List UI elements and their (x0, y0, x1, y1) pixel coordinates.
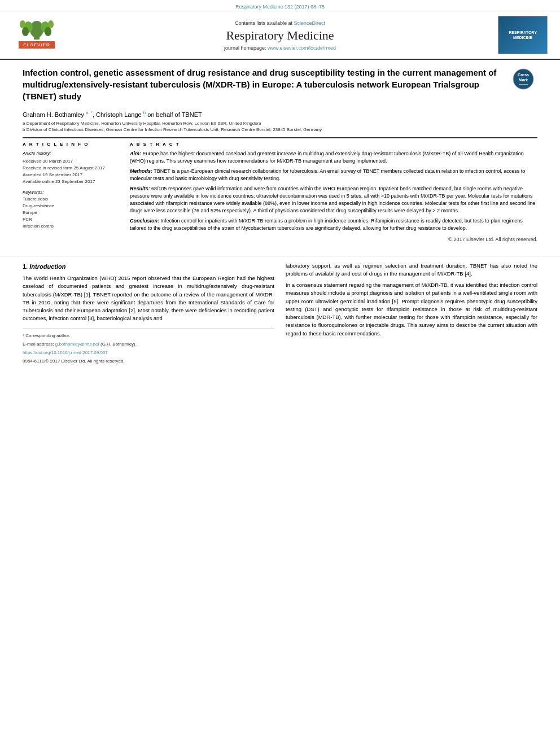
svg-point-5 (45, 27, 51, 36)
article-title-section: Infection control, genetic assessment of… (23, 67, 537, 106)
article-body: Infection control, genetic assessment of… (0, 60, 560, 256)
article-info-block: Article history: Received 30 March 2017 … (23, 150, 119, 185)
methods-text: TBNET is a pan-European clinical researc… (130, 168, 525, 181)
keyword-drug-resistance: Drug-resistance (23, 203, 119, 209)
abstract-block: Aim: Europe has the highest documented c… (130, 150, 537, 243)
homepage-link[interactable]: www.elsevier.com/locate/rmed (268, 45, 336, 51)
main-content: 1. Introduction The World Health Organiz… (0, 256, 560, 372)
conclusion-text: Infection control for inpatients with M/… (130, 218, 523, 231)
copyright-line: © 2017 Elsevier Ltd. All rights reserved… (130, 236, 537, 243)
journal-ref: Respiratory Medicine 132 (2017) 68–75 (235, 4, 325, 10)
keywords-block: Keywords: Tuberculosis Drug-resistance E… (23, 190, 119, 230)
conclusion-label: Conclusion: (130, 218, 159, 224)
doi-line: https://doi.org/10.1016/j.rmed.2017.09.0… (23, 350, 274, 356)
aim-text: Europe has the highest documented caselo… (130, 151, 524, 164)
doi-link[interactable]: https://doi.org/10.1016/j.rmed.2017.09.0… (23, 350, 108, 355)
main-two-col: 1. Introduction The World Health Organiz… (23, 262, 537, 366)
journal-top-header: ELSEVIER Contents lists available at Sci… (0, 11, 560, 60)
svg-point-4 (22, 27, 29, 36)
email-line: E-mail address: g.bothamley@nhs.net (G.H… (23, 341, 274, 348)
main-col-left: 1. Introduction The World Health Organiz… (23, 262, 274, 366)
homepage-line: journal homepage: www.elsevier.com/locat… (68, 45, 492, 51)
affiliation-b: b Division of Clinical Infectious Diseas… (23, 126, 537, 133)
svg-text:Cross: Cross (518, 73, 529, 77)
article-info-abstract: A R T I C L E I N F O Article history: R… (23, 142, 537, 243)
elsevier-label: ELSEVIER (19, 41, 55, 49)
authors-line: Graham H. Bothamley a, *, Christoph Lang… (23, 110, 537, 118)
sciencedirect-link[interactable]: ScienceDirect (294, 20, 326, 26)
journal-center: Contents lists available at ScienceDirec… (62, 20, 498, 51)
accepted-date: Accepted 19 September 2017 (23, 172, 119, 178)
elsevier-tree-icon (17, 16, 56, 41)
page: Respiratory Medicine 132 (2017) 68–75 EL… (0, 0, 560, 747)
divider-thick (23, 137, 537, 138)
intro-para1: The World Health Organization (WHO) 2015… (23, 274, 274, 323)
section-title-text: Introduction (29, 263, 65, 270)
article-title-container: Infection control, genetic assessment of… (23, 67, 506, 106)
keywords-label: Keywords: (23, 190, 119, 195)
article-info-heading: A R T I C L E I N F O (23, 142, 119, 147)
issn-line: 0954-6111/© 2017 Elsevier Ltd. All right… (23, 358, 274, 365)
abstract-conclusion: Conclusion: Infection control for inpati… (130, 217, 537, 232)
intro-para3: In a consensus statement regarding the m… (286, 281, 537, 338)
email-link[interactable]: g.bothamley@nhs.net (55, 342, 99, 347)
keyword-tuberculosis: Tuberculosis (23, 196, 119, 203)
corresponding-author: * Corresponding author. (23, 333, 274, 339)
introduction-heading: 1. Introduction (23, 262, 274, 272)
abstract-results: Results: 68/105 responses gave valid inf… (130, 185, 537, 215)
svg-text:Mark: Mark (519, 78, 528, 82)
available-date: Available online 23 September 2017 (23, 178, 119, 185)
intro-para2: laboratory support, as well as regimen s… (286, 262, 537, 278)
results-label: Results: (130, 186, 150, 191)
history-label: Article history: (23, 150, 119, 157)
crossmark-icon: Cross Mark (512, 68, 535, 90)
crossmark-container: Cross Mark (512, 68, 537, 91)
section-num: 1. (23, 263, 28, 270)
footnote-section: * Corresponding author. E-mail address: … (23, 329, 274, 365)
article-title: Infection control, genetic assessment of… (23, 67, 506, 102)
methods-label: Methods: (130, 168, 152, 174)
rm-badge: RESPIRATORYMEDICINE (498, 16, 548, 54)
affiliations: a Department of Respiratory Medicine, Ho… (23, 120, 537, 133)
svg-point-6 (20, 20, 25, 28)
keyword-europe: Europe (23, 209, 119, 216)
article-info-column: A R T I C L E I N F O Article history: R… (23, 142, 119, 243)
revised-date: Received in revised form 25 August 2017 (23, 165, 119, 172)
keyword-infection-control: Infection control (23, 223, 119, 230)
issn-text: 0954-6111/© 2017 Elsevier Ltd. All right… (23, 359, 125, 364)
main-col-right: laboratory support, as well as regimen s… (286, 262, 537, 366)
abstract-methods: Methods: TBNET is a pan-European clinica… (130, 168, 537, 182)
journal-title: Respiratory Medicine (68, 28, 492, 43)
contents-line: Contents lists available at ScienceDirec… (68, 20, 492, 26)
svg-point-7 (48, 20, 54, 28)
affiliation-a: a Department of Respiratory Medicine, Ho… (23, 120, 537, 126)
abstract-heading: A B S T R A C T (130, 142, 537, 147)
keyword-pcr: PCR (23, 216, 119, 223)
results-text: 68/105 responses gave valid information … (130, 186, 535, 213)
received-date: Received 30 March 2017 (23, 158, 119, 165)
email-name: (G.H. Bothamley). (100, 342, 137, 347)
journal-ref-bar: Respiratory Medicine 132 (2017) 68–75 (0, 0, 560, 11)
journal-logo-right: RESPIRATORYMEDICINE (498, 16, 549, 55)
abstract-aim: Aim: Europe has the highest documented c… (130, 150, 537, 165)
aim-label: Aim: (130, 151, 141, 156)
abstract-column: A B S T R A C T Aim: Europe has the high… (130, 142, 537, 243)
elsevier-logo: ELSEVIER (11, 16, 62, 55)
